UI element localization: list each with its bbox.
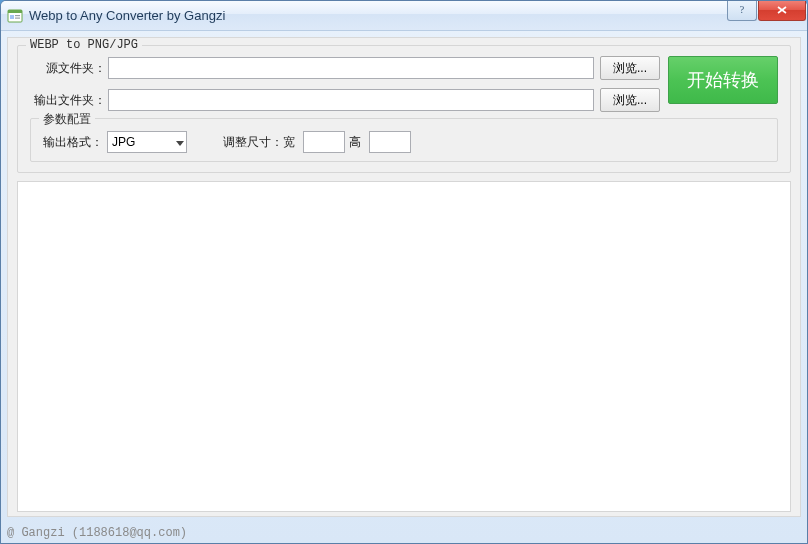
height-label: 高 — [349, 134, 361, 151]
source-folder-input[interactable] — [108, 57, 594, 79]
app-window: Webp to Any Converter by Gangzi ? WEBP t… — [0, 0, 808, 544]
height-input[interactable] — [369, 131, 411, 153]
source-folder-label: 源文件夹： — [30, 60, 108, 77]
groupbox-title: WEBP to PNG/JPG — [26, 38, 142, 52]
output-format-select[interactable]: JPG — [107, 131, 187, 153]
app-icon — [7, 8, 23, 24]
conversion-groupbox: WEBP to PNG/JPG 源文件夹： 浏览... 输出文件夹： 浏览...… — [17, 45, 791, 173]
svg-marker-8 — [176, 141, 184, 146]
help-button[interactable]: ? — [727, 1, 757, 21]
svg-rect-1 — [8, 10, 22, 13]
svg-rect-3 — [15, 15, 20, 16]
svg-text:?: ? — [740, 5, 745, 15]
log-output[interactable] — [17, 181, 791, 512]
svg-rect-4 — [15, 17, 20, 18]
output-folder-input[interactable] — [108, 89, 594, 111]
titlebar[interactable]: Webp to Any Converter by Gangzi ? — [1, 1, 807, 31]
browse-source-button[interactable]: 浏览... — [600, 56, 660, 80]
params-groupbox: 参数配置 输出格式： JPG 调整尺寸：宽 高 — [30, 118, 778, 162]
width-input[interactable] — [303, 131, 345, 153]
resize-label: 调整尺寸：宽 — [223, 134, 295, 151]
output-folder-label: 输出文件夹： — [30, 92, 108, 109]
status-text: @ Gangzi (1188618@qq.com) — [7, 526, 187, 540]
browse-output-button[interactable]: 浏览... — [600, 88, 660, 112]
output-format-value: JPG — [112, 135, 135, 149]
status-bar: @ Gangzi (1188618@qq.com) — [1, 523, 807, 543]
start-convert-button[interactable]: 开始转换 — [668, 56, 778, 104]
chevron-down-icon — [176, 135, 184, 149]
svg-rect-2 — [10, 15, 14, 19]
window-title: Webp to Any Converter by Gangzi — [29, 8, 727, 23]
params-title: 参数配置 — [39, 111, 95, 128]
close-button[interactable] — [758, 1, 806, 21]
client-area: WEBP to PNG/JPG 源文件夹： 浏览... 输出文件夹： 浏览...… — [7, 37, 801, 517]
output-format-label: 输出格式： — [43, 134, 103, 151]
window-controls: ? — [727, 1, 807, 21]
